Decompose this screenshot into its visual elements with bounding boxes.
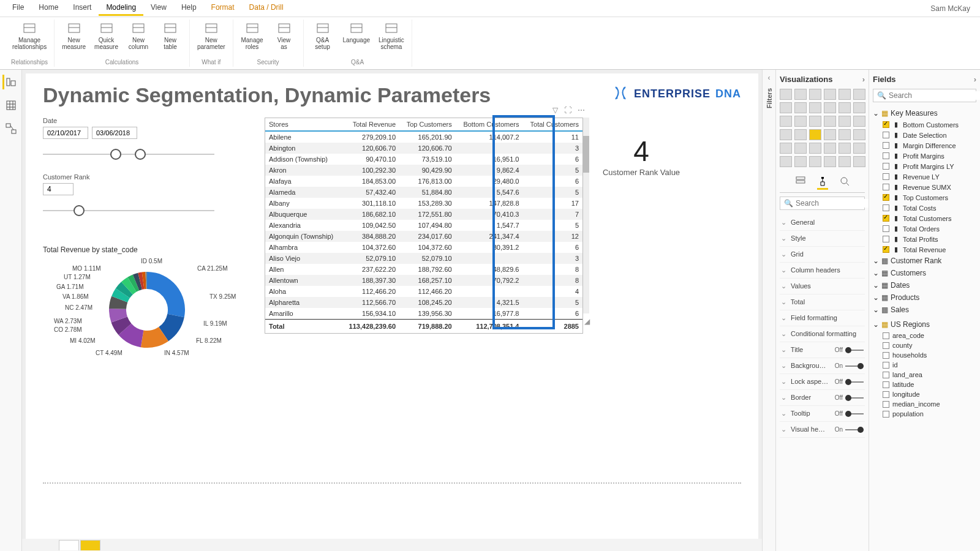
checkbox[interactable]	[883, 142, 889, 149]
table-customer-rank[interactable]: ⌄▦Customer Rank	[873, 255, 976, 267]
viz-type-icon[interactable]	[853, 89, 865, 100]
field-households[interactable]: households	[873, 350, 976, 360]
viz-type-icon[interactable]	[794, 102, 807, 113]
format-section-field-formatting[interactable]: ⌄ Field formatting	[780, 310, 865, 326]
rank-slicer[interactable]: Customer Rank	[43, 173, 227, 219]
viz-type-icon[interactable]	[824, 116, 836, 127]
more-icon[interactable]: ⋯	[578, 106, 585, 114]
viz-type-icon[interactable]	[809, 143, 821, 154]
table-row[interactable]: Allen237,622.20188,792.6048,829.68	[265, 264, 582, 275]
table-header[interactable]: Total Customers	[523, 118, 583, 131]
page-tab-2[interactable]	[80, 540, 100, 550]
checkbox[interactable]	[883, 184, 889, 190]
viz-type-icon[interactable]	[809, 156, 821, 167]
viz-type-icon[interactable]	[794, 89, 807, 100]
menu-view[interactable]: View	[143, 1, 174, 16]
toggle-switch[interactable]	[845, 427, 864, 433]
donut-slice[interactable]	[147, 272, 185, 317]
toggle-switch[interactable]	[845, 347, 864, 353]
menu-data-drill[interactable]: Data / Drill	[242, 1, 291, 16]
format-toggle-lock-aspe-[interactable]: ⌄ Lock aspe…Off	[780, 374, 865, 390]
field-total-orders[interactable]: ▮Total Orders	[873, 223, 976, 234]
viz-type-icon[interactable]	[809, 116, 821, 127]
format-section-values[interactable]: ⌄ Values	[780, 279, 865, 294]
table-row[interactable]: Alexandria109,042.50107,494.801,547.75	[265, 220, 582, 231]
filters-pane-collapsed[interactable]: ‹ Filters	[762, 70, 775, 551]
checkbox[interactable]	[883, 332, 889, 339]
viz-type-icon[interactable]	[853, 102, 865, 113]
table-row[interactable]: Akron100,292.3090,429.909,862.45	[265, 165, 582, 176]
fields-search-input[interactable]	[889, 91, 980, 100]
ribbon-linguistic-schema[interactable]: Linguisticschema	[376, 20, 407, 51]
viz-type-icon[interactable]	[780, 143, 792, 154]
viz-type-icon[interactable]	[824, 156, 836, 167]
checkbox[interactable]	[883, 401, 889, 408]
field-longitude[interactable]: longitude	[873, 389, 976, 399]
checkbox[interactable]	[883, 132, 889, 138]
menu-modeling[interactable]: Modeling	[99, 1, 143, 16]
table-row[interactable]: Algonquin (Township)384,888.20234,017.60…	[265, 231, 582, 242]
table-row[interactable]: Abington120,606.70120,606.703	[265, 143, 582, 154]
viz-type-icon[interactable]	[824, 143, 836, 154]
viz-type-icon[interactable]	[794, 143, 807, 154]
checkbox[interactable]	[883, 121, 889, 128]
table-row[interactable]: Albany301,118.10153,289.30147,828.817	[265, 198, 582, 209]
checkbox[interactable]	[883, 342, 889, 349]
table-row[interactable]: Aloha112,466.20112,466.204	[265, 286, 582, 297]
menu-insert[interactable]: Insert	[66, 1, 99, 16]
date-slicer[interactable]: Date	[43, 117, 227, 162]
table-sales[interactable]: ⌄▦Sales	[873, 304, 976, 316]
viz-type-icon[interactable]	[839, 102, 851, 113]
field-profit-margins-ly[interactable]: ▮Profit Margins LY	[873, 161, 976, 171]
key-measures-table[interactable]: ⌄ ▦ Key Measures	[873, 107, 976, 119]
checkbox[interactable]	[883, 173, 889, 180]
viz-type-icon[interactable]	[824, 102, 836, 113]
ribbon-language[interactable]: Language	[341, 20, 373, 45]
viz-type-icon[interactable]	[780, 129, 792, 140]
table-row[interactable]: Albuquerque186,682.10172,551.8070,410.37	[265, 209, 582, 220]
checkbox[interactable]	[883, 391, 889, 398]
toggle-switch[interactable]	[845, 411, 864, 417]
field-total-revenue[interactable]: ▮Total Revenue	[873, 244, 976, 255]
viz-type-icon[interactable]	[809, 89, 821, 100]
table-header[interactable]: Top Customers	[399, 118, 456, 131]
report-view-icon[interactable]	[2, 75, 17, 89]
us-regions-table[interactable]: ⌄ ▦ US Regions	[873, 318, 976, 331]
slider-thumb-start[interactable]	[110, 149, 121, 160]
format-tab-icon[interactable]	[817, 176, 828, 190]
rank-slider-thumb[interactable]	[74, 205, 85, 216]
card-visual[interactable]: 4 Customer Rank Value	[601, 135, 681, 177]
toggle-switch[interactable]	[845, 363, 864, 369]
viz-type-icon[interactable]	[780, 102, 792, 113]
field-date-selection[interactable]: ▮Date Selection	[873, 130, 976, 140]
field-margin-difference[interactable]: ▮Margin Difference	[873, 140, 976, 151]
menu-file[interactable]: File	[5, 1, 31, 16]
table-dates[interactable]: ⌄▦Dates	[873, 279, 976, 291]
rank-slider[interactable]	[43, 204, 214, 219]
fields-search[interactable]: 🔍	[873, 89, 976, 102]
table-row[interactable]: Alpharetta112,566.70108,245.204,321.55	[265, 297, 582, 308]
viz-type-icon[interactable]	[853, 156, 865, 167]
table-header[interactable]: Bottom Customers	[456, 118, 523, 131]
ribbon-new-column[interactable]: Newcolumn	[124, 20, 153, 51]
ribbon-q&a-setup[interactable]: Q&Asetup	[309, 20, 337, 51]
date-from-input[interactable]	[43, 127, 88, 139]
ribbon-new-table[interactable]: Newtable	[156, 20, 184, 51]
date-slider[interactable]	[43, 148, 214, 162]
viz-type-icon[interactable]	[839, 143, 851, 154]
menu-format[interactable]: Format	[204, 1, 242, 16]
format-toggle-visual-he-[interactable]: ⌄ Visual he…On	[780, 422, 865, 438]
viz-type-icon[interactable]	[853, 143, 865, 154]
viz-type-icon[interactable]	[853, 129, 865, 140]
field-id[interactable]: id	[873, 360, 976, 370]
field-total-profits[interactable]: ▮Total Profits	[873, 234, 976, 244]
checkbox[interactable]	[883, 194, 889, 201]
field-land_area[interactable]: land_area	[873, 370, 976, 380]
ribbon-quick-measure[interactable]: Quickmeasure	[92, 20, 121, 51]
ribbon-new-measure[interactable]: Newmeasure	[59, 20, 88, 51]
ribbon-new-parameter[interactable]: Newparameter	[195, 20, 228, 51]
field-total-customers[interactable]: ▮Total Customers	[873, 213, 976, 223]
checkbox[interactable]	[883, 236, 889, 242]
table-visual[interactable]: ▽ ⛶ ⋯ StoresTotal RevenueTop CustomersBo…	[265, 118, 583, 334]
format-section-column-headers[interactable]: ⌄ Column headers	[780, 263, 865, 279]
